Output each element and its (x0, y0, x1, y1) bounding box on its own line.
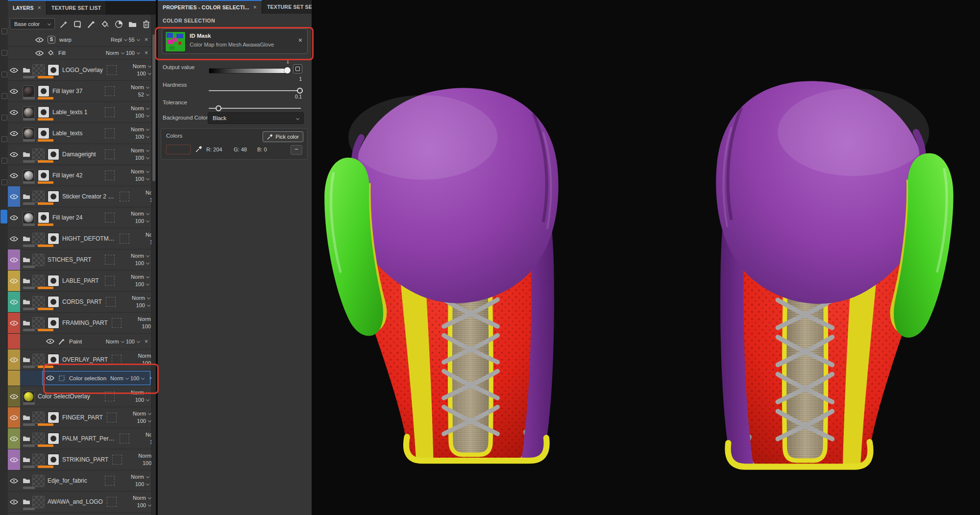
tool-icon[interactable] (1, 179, 7, 185)
layer-row-fill-layer-42[interactable]: Fill layer 42 Norm 100 (8, 165, 152, 186)
blend-mode-dropdown[interactable]: Norm (119, 126, 149, 133)
layer-thumbnail[interactable] (32, 254, 45, 266)
layer-thumbnail[interactable] (23, 85, 35, 98)
tool-icon[interactable] (1, 93, 7, 99)
mask-thumbnail[interactable] (48, 275, 59, 287)
pick-color-button[interactable]: Pick color (263, 131, 303, 142)
tool-icon[interactable] (1, 115, 7, 121)
layer-row-lable-part[interactable]: LABLE_PART Norm 100 (8, 270, 152, 292)
blend-mode-dropdown[interactable]: Norm (133, 431, 152, 439)
blend-mode-dropdown[interactable]: Norm (125, 316, 152, 323)
mask-thumbnail[interactable] (48, 412, 59, 423)
layer-thumbnail[interactable] (32, 433, 45, 445)
opacity-dropdown[interactable]: 55 (129, 37, 140, 43)
layer-row-logo-overlay[interactable]: LOGO_Overlay Norm 100 (8, 60, 152, 81)
opacity-dropdown[interactable]: 100 (119, 154, 149, 162)
visibility-toggle-icon[interactable] (10, 499, 18, 505)
tool-icon[interactable] (1, 28, 7, 34)
layer-row-cords-part[interactable]: CORDS_PART Norm 100 (8, 292, 152, 313)
output-value-knob[interactable] (284, 67, 291, 74)
layer-row-edje-for-fabric[interactable]: Edje_for_fabric Norm 100 (8, 470, 152, 491)
tolerance-slider[interactable] (209, 108, 301, 109)
mask-thumbnail[interactable] (48, 317, 59, 329)
opacity-dropdown[interactable]: 100 (119, 175, 149, 183)
mask-thumbnail[interactable] (38, 106, 49, 118)
visibility-toggle-icon[interactable] (35, 50, 44, 56)
layer-row-stiches-part[interactable]: STICHES_PART Norm 100 (8, 249, 152, 270)
opacity-dropdown[interactable]: 100 (121, 70, 151, 77)
opacity-dropdown[interactable]: 100 (119, 133, 149, 141)
blend-mode-dropdown[interactable]: Norm (119, 84, 149, 91)
effect-row-warp[interactable]: S warp Repl 55 × (8, 33, 152, 47)
remove-color-button[interactable]: − (291, 145, 302, 155)
smart-material-icon[interactable] (114, 20, 123, 29)
background-color-select[interactable]: Black (208, 112, 304, 124)
blend-mode-dropdown[interactable]: Norm (121, 63, 151, 70)
mask-thumbnail[interactable] (48, 433, 59, 444)
visibility-toggle-icon[interactable] (46, 339, 54, 344)
layer-row-sticker-creator-2-em[interactable]: Sticker Creator 2 - Em... Norm 100 (8, 186, 152, 207)
opacity-dropdown[interactable]: 100 (133, 239, 152, 246)
tool-selected-indicator[interactable] (0, 210, 7, 223)
visibility-toggle-icon[interactable] (10, 415, 18, 420)
hardness-slider[interactable] (209, 90, 301, 91)
visibility-toggle-icon[interactable] (10, 457, 18, 463)
visibility-toggle-icon[interactable] (10, 299, 18, 305)
layer-thumbnail[interactable] (23, 391, 35, 403)
layer-thumbnail[interactable] (32, 317, 45, 329)
opacity-dropdown[interactable]: 100 (119, 396, 149, 404)
blend-mode-dropdown[interactable]: Repl (111, 37, 127, 43)
layer-thumbnail[interactable] (23, 170, 35, 182)
visibility-toggle-icon[interactable] (10, 257, 18, 263)
tool-icon[interactable] (1, 136, 7, 142)
channel-filter-dropdown[interactable]: Base color (10, 18, 55, 29)
blend-mode-dropdown[interactable]: Norm (125, 352, 152, 360)
blend-mode-dropdown[interactable]: Norm (119, 273, 149, 281)
effect-row-color-selection[interactable]: Color selection Norm 100 × (8, 370, 152, 386)
blend-mode-dropdown[interactable]: Norm (121, 410, 151, 417)
tab-layers[interactable]: LAYERS × (8, 1, 47, 15)
layer-row-striking-part[interactable]: STRIKING_PART Norm 100 (8, 449, 152, 470)
layer-row-hight-defotm-part[interactable]: HIGHT_DEFOTM_PART Norm 100 (8, 228, 152, 249)
visibility-toggle-icon[interactable] (10, 152, 18, 157)
blend-mode-dropdown[interactable]: Norm (121, 494, 151, 502)
layer-thumbnail[interactable] (32, 475, 45, 487)
visibility-toggle-icon[interactable] (10, 320, 18, 326)
visibility-toggle-icon[interactable] (10, 478, 18, 484)
layer-row-lable-texts-1[interactable]: Lable_texts 1 Norm 100 (8, 102, 152, 123)
blend-mode-dropdown[interactable]: Norm (106, 339, 124, 344)
blend-mode-dropdown[interactable]: Norm (133, 231, 152, 239)
mask-thumbnail[interactable] (48, 64, 59, 76)
remove-effect-icon[interactable]: × (145, 338, 148, 345)
opacity-dropdown[interactable]: 100 (119, 281, 149, 288)
mask-thumbnail[interactable] (38, 127, 49, 139)
opacity-dropdown[interactable]: 100 (121, 417, 151, 425)
blend-mode-dropdown[interactable]: Norm (119, 147, 149, 154)
hardness-knob[interactable] (297, 88, 303, 94)
visibility-toggle-icon[interactable] (10, 131, 18, 136)
mask-thumbnail[interactable] (48, 191, 59, 202)
blend-mode-dropdown[interactable]: Norm (119, 210, 149, 218)
trash-icon[interactable] (142, 20, 151, 29)
layer-thumbnail[interactable] (23, 127, 35, 140)
visibility-toggle-icon[interactable] (10, 110, 18, 115)
visibility-toggle-icon[interactable] (35, 37, 44, 43)
tool-icon[interactable] (1, 50, 7, 56)
opacity-dropdown[interactable]: 100 (133, 439, 152, 446)
layer-row-framing-part[interactable]: FRAMING_PART Norm 100 (8, 313, 152, 334)
opacity-dropdown[interactable]: 100 (126, 339, 140, 344)
blend-mode-dropdown[interactable]: Norm (133, 189, 152, 196)
tab-texture-set-list[interactable]: TEXTURE SET LIST (47, 1, 106, 15)
mask-thumbnail[interactable] (48, 454, 59, 466)
layer-row-overlay-part[interactable]: OVERLAY_PART Norm 100 (8, 349, 152, 370)
opacity-dropdown[interactable]: 100 (125, 360, 152, 367)
effect-row-fill[interactable]: Fill Norm 100 × (8, 47, 152, 60)
opacity-dropdown[interactable]: 100 (126, 50, 140, 56)
layer-row-color-selectoverlay[interactable]: Color SelectOverlay Norm 100 (8, 386, 152, 407)
visibility-toggle-icon[interactable] (10, 357, 18, 363)
layer-row-finger-part[interactable]: FINGER_PART Norm 100 (8, 407, 152, 428)
layer-thumbnail[interactable] (32, 148, 45, 161)
paint-bucket-icon[interactable] (100, 20, 110, 29)
tab-close-icon[interactable]: × (253, 4, 257, 11)
opacity-dropdown[interactable]: 100 (119, 481, 149, 488)
